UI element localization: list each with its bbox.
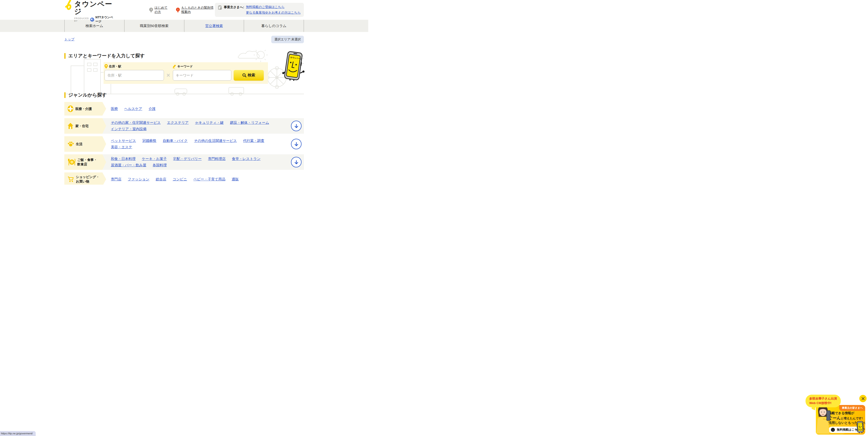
keyword-input[interactable]	[173, 70, 231, 81]
restaurant-icon	[67, 159, 75, 165]
genre-link[interactable]: 代行業・調査	[243, 138, 264, 143]
genre-label-text: 家・住宅	[75, 124, 89, 128]
expand-row-button[interactable]	[291, 121, 302, 131]
svg-text:!: !	[177, 8, 178, 11]
customer-boost-link[interactable]: 更なる集客強化をお考えの方はこちら	[246, 10, 301, 15]
pencil-icon	[173, 64, 176, 68]
genre-link[interactable]: 冠婚葬祭	[142, 138, 156, 143]
alert-pin-icon: !	[176, 7, 180, 12]
genre-label-text: 医療・介護	[75, 107, 92, 111]
search-panel: 住所・駅 キーワード ×	[103, 62, 268, 84]
genre-row-life: 生活 ペットサービス 冠婚葬祭 自動車・バイク その他の生活関連サービス 代行業…	[64, 136, 304, 152]
genre-label-text: ご飯・食事・飲食店	[77, 158, 100, 166]
paw-icon	[67, 141, 74, 147]
genre-link[interactable]: セキュリティ・鍵	[195, 121, 224, 125]
genre-link[interactable]: 宅配・デリバリー	[173, 157, 202, 161]
expand-row-button[interactable]	[291, 139, 302, 149]
address-input[interactable]	[104, 70, 164, 81]
business-owner-box: 事業主さまへ: 無料掲載のご登録はこちら 更なる集客強化をお考えの方はこちら	[215, 3, 304, 17]
address-label-text: 住所・駅	[109, 64, 121, 69]
magnifier-icon	[242, 73, 246, 77]
header-links: ? はじめての方 ! もしものときの緊急情報案内	[149, 6, 215, 14]
selected-area-badge: 選択エリア:未選択	[271, 36, 304, 43]
genre-links: その他の家・住宅関連サービス エクステリア セキュリティ・鍵 建設・解体・リフォ…	[106, 118, 304, 134]
genre-label-dining: ご飯・食事・飲食店	[64, 154, 106, 170]
genre-link[interactable]: ファッション	[128, 177, 149, 182]
genre-link[interactable]: ベビー・子育て用品	[193, 177, 225, 182]
main-nav: 検索ホーム 職業別50音順検索 官公署検索 暮らしのコラム	[0, 20, 368, 32]
genre-link[interactable]: 食堂・レストラン	[232, 157, 260, 161]
genre-links: ペットサービス 冠婚葬祭 自動車・バイク その他の生活関連サービス 代行業・調査…	[106, 136, 304, 152]
first-time-link[interactable]: ? はじめての方	[149, 6, 170, 14]
map-pin-icon	[104, 64, 108, 69]
itownpage-i-icon	[64, 0, 73, 10]
genre-link[interactable]: 美容・エステ	[111, 145, 132, 149]
cart-icon	[67, 176, 74, 183]
arrow-down-icon	[294, 142, 299, 146]
genre-search-section: ジャンルから探す 医療・介護 医療 ヘルスケア 介護	[64, 92, 304, 185]
search-button-label: 検索	[248, 73, 255, 78]
nav-life-column[interactable]: 暮らしのコラム	[244, 20, 304, 32]
genre-link[interactable]: インテリア・室内設備	[111, 127, 147, 131]
clipboard-icon	[218, 5, 222, 10]
heading-accent-bar	[64, 53, 65, 59]
genre-links: 医療 ヘルスケア 介護	[106, 104, 304, 114]
genre-link[interactable]: その他の家・住宅関連サービス	[111, 121, 161, 125]
genre-label-text: ショッピング・お買い物	[76, 175, 100, 184]
house-icon	[67, 122, 73, 129]
first-time-label: はじめての方	[155, 6, 170, 14]
keyword-field-label: キーワード	[173, 64, 193, 69]
nav-government-search[interactable]: 官公署検索	[184, 20, 244, 32]
svg-text:?: ?	[150, 8, 152, 11]
heading-accent-bar	[64, 92, 65, 98]
genre-label-life: 生活	[64, 136, 106, 152]
genre-link[interactable]: 医療	[111, 107, 118, 111]
arrow-down-icon	[294, 160, 299, 164]
genre-link[interactable]: 居酒屋・バー・飲み屋	[111, 163, 146, 167]
genre-label-medical: 医療・介護	[64, 102, 106, 116]
expand-row-button[interactable]	[291, 157, 302, 167]
genre-link[interactable]: ペットサービス	[111, 138, 136, 143]
business-owner-label: 事業主さまへ:	[224, 5, 244, 9]
genre-link[interactable]: 総合店	[156, 177, 166, 182]
nav-occupation-search[interactable]: 職業別50音順検索	[124, 20, 184, 32]
breadcrumb-row: トップ 選択エリア:未選択	[64, 32, 304, 43]
itownpage-phone-mascot: iタウンページ	[281, 50, 307, 83]
genre-link[interactable]: 自動車・バイク	[163, 138, 188, 143]
genre-link[interactable]: 介護	[149, 107, 156, 111]
genre-section-title: ジャンルから探す	[68, 92, 106, 98]
genre-link[interactable]: その他の生活関連サービス	[194, 138, 237, 143]
site-header: 地元の探せるここにある タウンページ PRODUCED BY NTTタウンページ	[0, 0, 368, 20]
emergency-info-link[interactable]: ! もしものときの緊急情報案内	[176, 6, 215, 14]
search-button[interactable]: 検索	[234, 70, 264, 81]
question-pin-icon: ?	[149, 7, 153, 12]
emergency-info-label: もしものときの緊急情報案内	[181, 6, 215, 14]
genre-link[interactable]: 専門料理店	[208, 157, 225, 161]
genre-row-shopping: ショッピング・お買い物 専門店 ファッション 総合店 コンビニ ベビー・子育て用…	[64, 173, 304, 185]
genre-link[interactable]: ケーキ・お菓子	[142, 157, 167, 161]
keyword-label-text: キーワード	[177, 64, 193, 69]
genre-links: 専門店 ファッション 総合店 コンビニ ベビー・子育て用品 通販	[106, 175, 304, 184]
genre-row-medical: 医療・介護 医療 ヘルスケア 介護	[64, 102, 304, 116]
genre-label-home: 家・住宅	[64, 118, 106, 134]
genre-label-text: 生活	[76, 142, 83, 146]
genre-link[interactable]: ヘルスケア	[124, 107, 142, 111]
free-listing-link[interactable]: 無料掲載のご登録はこちら	[246, 5, 301, 9]
genre-link[interactable]: 通販	[232, 177, 239, 182]
multiply-separator: ×	[164, 72, 173, 79]
genre-link[interactable]: 和食・日本料理	[111, 157, 135, 161]
genre-link[interactable]: 各国料理	[153, 163, 167, 167]
genre-row-home: 家・住宅 その他の家・住宅関連サービス エクステリア セキュリティ・鍵 建設・解…	[64, 118, 304, 134]
genre-link[interactable]: 建設・解体・リフォーム	[230, 121, 269, 125]
arrow-down-icon	[294, 124, 299, 128]
search-section-heading: エリアとキーワードを入力して探す	[64, 53, 304, 59]
nav-search-home[interactable]: 検索ホーム	[64, 20, 124, 32]
genre-link[interactable]: 専門店	[111, 177, 121, 182]
genre-label-shopping: ショッピング・お買い物	[64, 173, 106, 185]
genre-link[interactable]: コンビニ	[173, 177, 187, 182]
genre-link[interactable]: エクステリア	[167, 121, 189, 125]
breadcrumb-top-link[interactable]: トップ	[64, 37, 74, 41]
search-section-title: エリアとキーワードを入力して探す	[68, 53, 145, 59]
genre-links: 和食・日本料理 ケーキ・お菓子 宅配・デリバリー 専門料理店 食堂・レストラン …	[106, 154, 304, 170]
medical-cross-icon	[67, 105, 73, 112]
